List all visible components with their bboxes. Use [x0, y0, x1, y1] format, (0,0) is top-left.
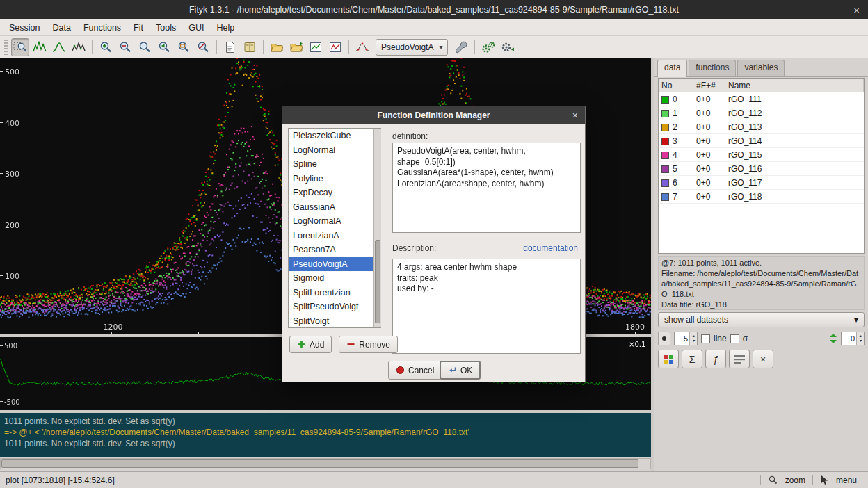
- zoom-previous-button[interactable]: [155, 38, 173, 56]
- remove-function-type-button[interactable]: Remove: [339, 336, 398, 353]
- point-size-icon[interactable]: [658, 332, 670, 345]
- zoom-select-icon: [13, 40, 27, 54]
- status-menu-label[interactable]: menu: [836, 475, 857, 485]
- definition-textarea[interactable]: PseudoVoigtA(area, center, hwhm, shape=0…: [392, 143, 581, 233]
- menu-tools[interactable]: Tools: [150, 19, 182, 35]
- menu-fit[interactable]: Fit: [127, 19, 150, 35]
- menu-help[interactable]: Help: [210, 19, 241, 35]
- titlebar[interactable]: Fityk 1.3.1 - /home/aleplo/test/Document…: [0, 0, 868, 19]
- menu-gui[interactable]: GUI: [182, 19, 210, 35]
- menu-data[interactable]: Data: [46, 19, 77, 35]
- define-functions-button[interactable]: [452, 38, 470, 56]
- export-graph-button[interactable]: [307, 38, 325, 56]
- dataset-row-rGO_116[interactable]: 50+0rGO_116: [659, 162, 864, 176]
- function-type-PielaszekCube[interactable]: PielaszekCube: [289, 129, 380, 143]
- dataset-color-swatch: [661, 96, 669, 104]
- cell-blank: [803, 190, 864, 204]
- dataset-row-rGO_117[interactable]: 60+0rGO_117: [659, 176, 864, 190]
- append-data-button[interactable]: [287, 38, 305, 56]
- guess-peak-button[interactable]: [353, 38, 371, 56]
- function-type-SplitPseudoVoigt[interactable]: SplitPseudoVoigt: [289, 300, 380, 314]
- zoom-in-button[interactable]: [97, 38, 115, 56]
- zoom-out-button[interactable]: [116, 38, 134, 56]
- status-zoom-label[interactable]: zoom: [785, 475, 805, 485]
- dataset-info: @7: 1011 points, 1011 active.Filename: /…: [658, 256, 865, 310]
- dataset-row-rGO_112[interactable]: 10+0rGO_112: [659, 106, 864, 120]
- show-sum-button[interactable]: Σ: [682, 350, 702, 368]
- show-formula-button[interactable]: [729, 350, 750, 368]
- function-type-ExpDecay[interactable]: ExpDecay: [289, 186, 380, 200]
- function-type-LorentzianA[interactable]: LorentzianA: [289, 229, 380, 243]
- scrollbar-thumb[interactable]: [1, 459, 638, 468]
- dataset-row-rGO_111[interactable]: 00+0rGO_111: [659, 92, 864, 106]
- documentation-link[interactable]: documentation: [523, 243, 578, 253]
- line-checkbox[interactable]: [701, 334, 710, 343]
- horizontal-scrollbar[interactable]: [0, 458, 651, 469]
- menu-functions[interactable]: Functions: [77, 19, 127, 35]
- function-type-Spline[interactable]: Spline: [289, 157, 380, 172]
- zoom-100-button[interactable]: [136, 38, 154, 56]
- zoom-all-button[interactable]: [175, 38, 193, 56]
- dataset-colors-button[interactable]: [658, 350, 679, 368]
- sigma-checkbox[interactable]: [730, 334, 739, 343]
- dialog-titlebar[interactable]: Function Definition Manager ×: [282, 106, 585, 124]
- dataset-row-rGO_114[interactable]: 30+0rGO_114: [659, 134, 864, 148]
- spinner-arrows-icon[interactable]: ▴▾: [856, 332, 864, 345]
- save-image-button[interactable]: [326, 38, 344, 56]
- function-type-PseudoVoigtA[interactable]: PseudoVoigtA: [289, 257, 380, 272]
- tab-functions[interactable]: functions: [689, 60, 736, 76]
- toolbar-drag-handle[interactable]: [4, 40, 8, 55]
- console-line: =-> @+ < '/home/aleplo/test/Documents/Ch…: [4, 427, 647, 438]
- dataset-row-rGO_113[interactable]: 20+0rGO_113: [659, 120, 864, 134]
- console-output[interactable]: 1011 points. No explicit std. dev. Set a…: [0, 413, 651, 457]
- function-type-Pearson7A[interactable]: Pearson7A: [289, 243, 380, 257]
- spinner-arrows-icon[interactable]: ▴▾: [689, 332, 697, 345]
- dataset-row-rGO_115[interactable]: 40+0rGO_115: [659, 148, 864, 162]
- function-type-LogNormalA[interactable]: LogNormalA: [289, 214, 380, 229]
- dataset-filter-dropdown[interactable]: show all datasets ▾: [658, 312, 865, 327]
- fit-settings-button[interactable]: [499, 38, 517, 56]
- function-list-scrollbar[interactable]: [373, 129, 381, 327]
- cell-blank: [803, 134, 864, 148]
- draw-peaks-button[interactable]: [31, 38, 49, 56]
- dataset-row-rGO_118[interactable]: 70+0rGO_118: [659, 190, 864, 204]
- window-close-icon[interactable]: ×: [853, 0, 860, 19]
- delete-dataset-button[interactable]: ×: [753, 350, 773, 368]
- function-type-Sigmoid[interactable]: Sigmoid: [289, 271, 380, 286]
- function-type-Polyline[interactable]: Polyline: [289, 172, 380, 186]
- function-type-list[interactable]: PielaszekCubeLogNormalSplinePolylineExpD…: [288, 128, 381, 328]
- shift-spinner[interactable]: 0 ▴▾: [841, 332, 865, 345]
- cancel-button[interactable]: Cancel: [388, 361, 442, 380]
- menu-session[interactable]: Session: [3, 19, 46, 35]
- run-fit-button[interactable]: [479, 38, 497, 56]
- function-type-SplitVoigt[interactable]: SplitVoigt: [289, 314, 380, 329]
- definition-label: definition:: [392, 131, 428, 141]
- add-function-type-button[interactable]: Add: [289, 336, 332, 353]
- open-data-button[interactable]: [268, 38, 286, 56]
- function-type-LogNormal[interactable]: LogNormal: [289, 143, 380, 158]
- pointer-icon[interactable]: [820, 475, 829, 485]
- session-log-button[interactable]: [241, 38, 259, 56]
- function-type-GaussianA[interactable]: GaussianA: [289, 200, 380, 215]
- ok-button[interactable]: OK: [440, 361, 481, 380]
- dialog-title: Function Definition Manager: [378, 111, 490, 120]
- dialog-close-icon[interactable]: ×: [572, 106, 578, 124]
- wrench-icon: [454, 40, 468, 54]
- function-type-SplitLorentzian[interactable]: SplitLorentzian: [289, 286, 380, 300]
- zoom-vertical-button[interactable]: [194, 38, 212, 56]
- new-session-button[interactable]: [221, 38, 239, 56]
- tab-variables[interactable]: variables: [737, 60, 785, 76]
- draw-smooth-peak-button[interactable]: [50, 38, 68, 56]
- color-grid-icon: [663, 354, 674, 365]
- show-functions-button[interactable]: ƒ: [705, 350, 726, 368]
- tab-data[interactable]: data: [657, 60, 687, 77]
- open-folder-icon: [270, 40, 284, 54]
- point-size-spinner[interactable]: 5 ▴▾: [674, 332, 698, 345]
- dataset-color-swatch: [661, 110, 669, 117]
- shift-arrows-icon[interactable]: [829, 333, 837, 344]
- zoom-scale-icon[interactable]: [768, 475, 778, 485]
- scrollbar-thumb[interactable]: [375, 240, 380, 323]
- baseline-mode-button[interactable]: [70, 38, 88, 56]
- function-type-combo[interactable]: PseudoVoigtA ▾: [376, 39, 448, 56]
- zoom-select-button[interactable]: [11, 38, 29, 56]
